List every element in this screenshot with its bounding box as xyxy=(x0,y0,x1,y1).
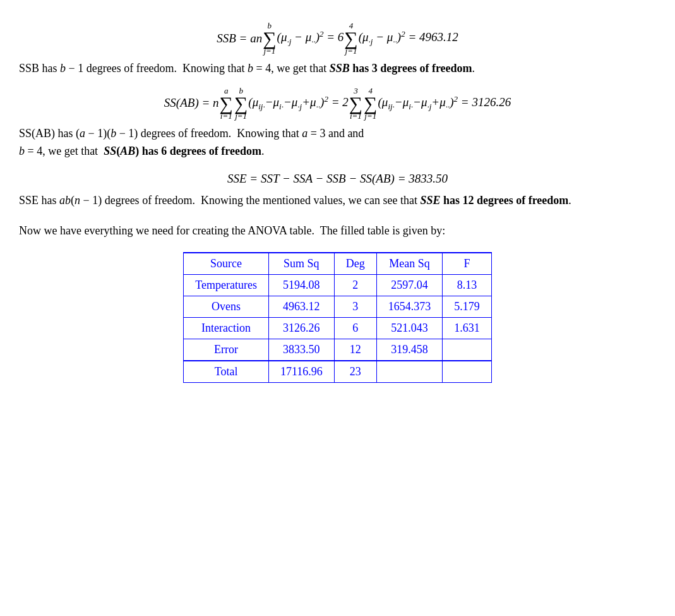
ssb-sum2: 4 ∑ j=1 xyxy=(344,21,357,55)
table-cell-r4-c0: Total xyxy=(184,361,269,383)
ssb-sum1: b ∑ j=1 xyxy=(263,21,276,55)
ssb-mid-expr: (μ·j − μ··)2 = 6 xyxy=(277,29,344,47)
col-f: F xyxy=(443,253,492,275)
table-cell-r1-c2: 3 xyxy=(334,296,376,318)
table-cell-r3-c4 xyxy=(443,339,492,361)
table-cell-r3-c3: 319.458 xyxy=(376,339,443,361)
table-row: Interaction3126.266521.0431.631 xyxy=(184,318,492,339)
sse-section: SSE has ab(n − 1) degrees of freedom. Kn… xyxy=(19,192,656,210)
closing-paragraph: Now we have everything we need for creat… xyxy=(19,222,656,240)
col-source: Source xyxy=(184,253,269,275)
table-cell-r0-c4: 8.13 xyxy=(443,275,492,296)
table-row: Temperatures5194.0822597.048.13 xyxy=(184,275,492,296)
ssab-sum1: a ∑ i=1 xyxy=(220,87,233,120)
ssab-rhs-expr: (μij·−μi·−μ·j+μ··)2 = 3126.26 xyxy=(378,94,511,112)
ssab-section: SS(AB) has (a − 1)(b − 1) degrees of fre… xyxy=(19,125,656,160)
col-sumsq: Sum Sq xyxy=(268,253,334,275)
table-cell-r3-c2: 12 xyxy=(334,339,376,361)
table-cell-r2-c4: 1.631 xyxy=(443,318,492,339)
table-cell-r4-c4 xyxy=(443,361,492,383)
ssb-formula: SSB = an b ∑ j=1 (μ·j − μ··)2 = 6 4 ∑ j=… xyxy=(19,21,656,55)
table-row: Error3833.5012319.458 xyxy=(184,339,492,361)
table-cell-r0-c0: Temperatures xyxy=(184,275,269,296)
col-meansq: Mean Sq xyxy=(376,253,443,275)
table-cell-r4-c2: 23 xyxy=(334,361,376,383)
table-cell-r2-c3: 521.043 xyxy=(376,318,443,339)
table-cell-r4-c1: 17116.96 xyxy=(268,361,334,383)
ssb-rhs-expr: (μ·j − μ··)2 = 4963.12 xyxy=(359,29,458,47)
table-header-row: Source Sum Sq Deg Mean Sq F xyxy=(184,253,492,275)
anova-table: Source Sum Sq Deg Mean Sq F Temperatures… xyxy=(183,252,492,383)
table-cell-r0-c3: 2597.04 xyxy=(376,275,443,296)
ssb-section: SSB has b − 1 degrees of freedom. Knowin… xyxy=(19,60,656,78)
ssab-lhs: SS(AB) = n xyxy=(164,96,219,110)
ssab-sum4: 4 ∑ j=1 xyxy=(364,87,377,120)
col-deg: Deg xyxy=(334,253,376,275)
table-cell-r3-c1: 3833.50 xyxy=(268,339,334,361)
table-cell-r1-c1: 4963.12 xyxy=(268,296,334,318)
table-cell-r1-c0: Ovens xyxy=(184,296,269,318)
table-row: Total17116.9623 xyxy=(184,361,492,383)
sse-paragraph: SSE has ab(n − 1) degrees of freedom. Kn… xyxy=(19,192,656,210)
table-cell-r1-c3: 1654.373 xyxy=(376,296,443,318)
closing-section: Now we have everything we need for creat… xyxy=(19,222,656,240)
ssab-sum2: b ∑ j=1 xyxy=(234,87,248,120)
table-row: Ovens4963.1231654.3735.179 xyxy=(184,296,492,318)
table-cell-r0-c2: 2 xyxy=(334,275,376,296)
table-cell-r3-c0: Error xyxy=(184,339,269,361)
ssab-paragraph: SS(AB) has (a − 1)(b − 1) degrees of fre… xyxy=(19,125,656,160)
table-cell-r1-c4: 5.179 xyxy=(443,296,492,318)
ssb-paragraph: SSB has b − 1 degrees of freedom. Knowin… xyxy=(19,60,656,78)
table-cell-r2-c0: Interaction xyxy=(184,318,269,339)
table-cell-r0-c1: 5194.08 xyxy=(268,275,334,296)
ssab-formula: SS(AB) = n a ∑ i=1 b ∑ j=1 (μij·−μi·−μ·j… xyxy=(19,87,656,120)
ssab-sum3: 3 ∑ i=1 xyxy=(349,87,362,120)
table-cell-r4-c3 xyxy=(376,361,443,383)
sse-formula: SSE = SST − SSA − SSB − SS(AB) = 3833.50 xyxy=(19,172,656,186)
ssb-lhs: SSB = an xyxy=(217,32,262,45)
ssab-mid-expr: (μij·−μi·−μ·j+μ··)2 = 2 xyxy=(248,94,348,112)
table-cell-r2-c1: 3126.26 xyxy=(268,318,334,339)
table-cell-r2-c2: 6 xyxy=(334,318,376,339)
